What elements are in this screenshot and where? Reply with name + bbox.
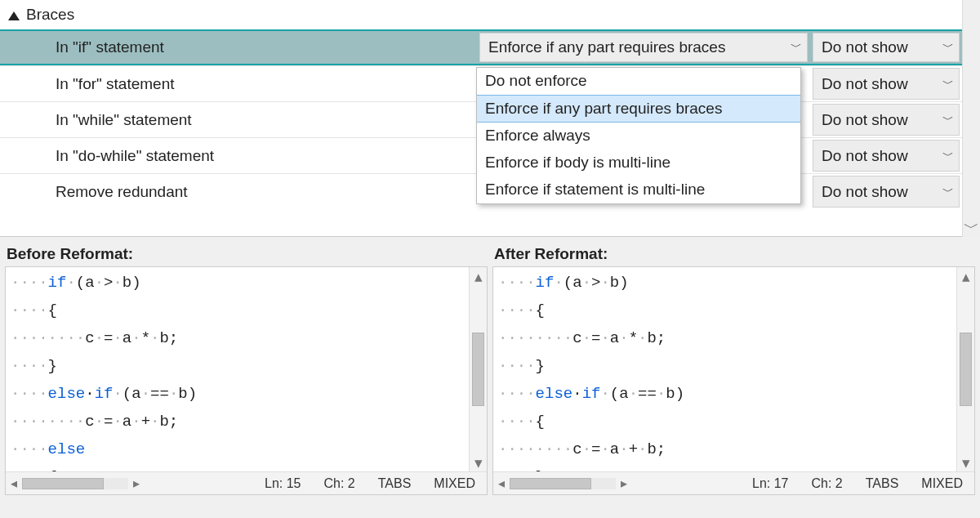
preview-area: Before Reformat: ····if·(a·>·b) ····{ ··…	[0, 237, 980, 495]
scroll-down-icon[interactable]: ▾	[470, 453, 487, 471]
scrollbar-thumb[interactable]	[22, 478, 104, 489]
code-after[interactable]: ····if·(a·>·b) ····{ ········c·=·a·*·b; …	[493, 267, 974, 493]
scroll-down-icon[interactable]: ▾	[957, 453, 974, 471]
settings-table: Braces In "if" statement Enforce if any …	[0, 0, 980, 237]
scroll-up-icon[interactable]: ▴	[957, 267, 974, 285]
chevron-down-icon: ﹀	[791, 40, 802, 55]
chevron-down-icon: ﹀	[942, 113, 954, 127]
setting-row-if[interactable]: In "if" statement Enforce if any part re…	[0, 29, 980, 65]
status-tabs: TABS	[378, 476, 412, 491]
vertical-scrollbar[interactable]: ▴ ▾	[469, 267, 487, 471]
scrollbar-thumb[interactable]	[472, 333, 484, 406]
setting-label: In "do-while" statement	[0, 138, 477, 173]
status-tabs: TABS	[866, 476, 899, 491]
severity-dropdown[interactable]: Do not show ﹀	[813, 33, 960, 62]
before-pane: Before Reformat: ····if·(a·>·b) ····{ ··…	[5, 242, 488, 495]
before-title: Before Reformat:	[7, 245, 486, 263]
status-line: Ln: 17	[752, 476, 788, 491]
severity-dropdown[interactable]: Do not show ﹀	[813, 68, 960, 100]
after-pane: After Reformat: ····if·(a·>·b) ····{ ···…	[492, 242, 975, 495]
status-char: Ch: 2	[811, 476, 842, 491]
status-line: Ln: 15	[265, 476, 301, 491]
vertical-scrollbar[interactable]: ﹀	[962, 0, 980, 237]
dropdown-value: Do not show	[822, 147, 908, 165]
status-char: Ch: 2	[323, 476, 354, 491]
status-bar: ◂ ▸ Ln: 15 Ch: 2 TABS MIXED	[6, 471, 487, 494]
chevron-down-icon: ﹀	[942, 185, 954, 199]
scroll-up-icon[interactable]: ▴	[470, 267, 487, 285]
dropdown-value: Do not show	[822, 183, 908, 201]
scroll-left-icon[interactable]: ◂	[493, 476, 510, 491]
scroll-right-icon[interactable]: ▸	[128, 476, 145, 491]
setting-label: In "if" statement	[0, 31, 477, 64]
dropdown-value: Do not show	[822, 111, 908, 129]
scrollbar-thumb[interactable]	[960, 333, 972, 406]
section-title: Braces	[26, 6, 74, 24]
before-code-box: ····if·(a·>·b) ····{ ········c·=·a·*·b; …	[5, 266, 488, 495]
scrollbar-thumb[interactable]	[510, 478, 591, 489]
horizontal-scrollbar[interactable]: ◂ ▸	[493, 476, 632, 491]
horizontal-scrollbar[interactable]: ◂ ▸	[6, 476, 145, 491]
chevron-down-icon: ﹀	[942, 149, 954, 163]
status-mixed: MIXED	[921, 476, 963, 491]
dropdown-option[interactable]: Enforce always	[477, 123, 800, 150]
status-mixed: MIXED	[434, 476, 475, 491]
dropdown-option[interactable]: Do not enforce	[477, 68, 800, 95]
severity-dropdown[interactable]: Do not show ﹀	[813, 176, 960, 208]
scroll-down-icon[interactable]: ﹀	[963, 219, 980, 237]
status-bar: ◂ ▸ Ln: 17 Ch: 2 TABS MIXED	[493, 471, 974, 494]
setting-label: In "for" statement	[0, 66, 477, 101]
scroll-left-icon[interactable]: ◂	[6, 476, 22, 491]
dropdown-value: Do not show	[822, 75, 908, 93]
code-before[interactable]: ····if·(a·>·b) ····{ ········c·=·a·*·b; …	[6, 267, 487, 493]
enforce-dropdown-popup: Do not enforce Enforce if any part requi…	[476, 67, 801, 204]
enforce-dropdown[interactable]: Enforce if any part requires braces ﹀	[479, 33, 808, 62]
severity-dropdown[interactable]: Do not show ﹀	[813, 140, 960, 172]
vertical-scrollbar[interactable]: ▴ ▾	[956, 267, 974, 471]
after-title: After Reformat:	[494, 245, 973, 263]
scroll-right-icon[interactable]: ▸	[616, 476, 632, 491]
setting-label: In "while" statement	[0, 102, 477, 137]
dropdown-value: Do not show	[822, 38, 908, 56]
dropdown-option[interactable]: Enforce if statement is multi-line	[477, 176, 800, 203]
chevron-down-icon: ﹀	[942, 77, 954, 92]
setting-label: Remove redundant	[0, 174, 477, 209]
dropdown-value: Enforce if any part requires braces	[488, 38, 725, 56]
section-header-braces[interactable]: Braces	[0, 0, 980, 29]
expand-icon	[8, 11, 20, 20]
severity-dropdown[interactable]: Do not show ﹀	[813, 104, 960, 136]
chevron-down-icon: ﹀	[942, 40, 954, 55]
dropdown-option[interactable]: Enforce if any part requires braces	[477, 95, 800, 123]
dropdown-option[interactable]: Enforce if body is multi-line	[477, 150, 800, 176]
after-code-box: ····if·(a·>·b) ····{ ········c·=·a·*·b; …	[492, 266, 975, 495]
